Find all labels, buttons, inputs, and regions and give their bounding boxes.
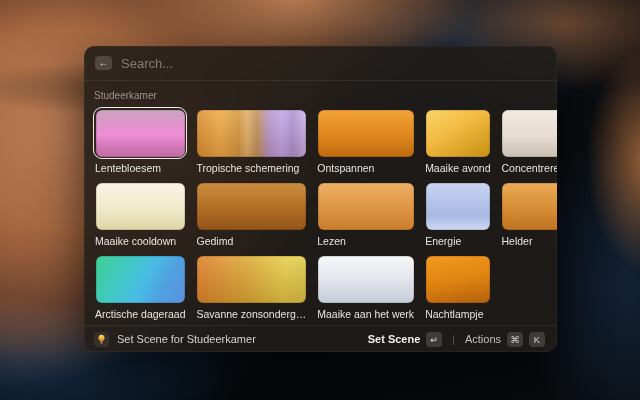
scene-selection-ring	[423, 180, 492, 232]
scene-selection-ring	[194, 107, 308, 159]
scene-grid: Lentebloesem Tropische schemering Ontspa…	[93, 107, 548, 322]
scene-label: Gedimd	[196, 235, 306, 247]
scene-card[interactable]: Lentebloesem	[93, 107, 187, 176]
return-key-icon: ↵	[426, 332, 442, 347]
scene-thumbnail	[426, 110, 490, 157]
scene-card[interactable]: Arctische dageraad	[93, 253, 187, 322]
scene-card[interactable]: Savanne zonsonderg…	[194, 253, 308, 322]
scene-label: Nachtlampje	[425, 308, 490, 320]
scene-card[interactable]: Gedimd	[194, 180, 308, 249]
k-key-icon: K	[529, 332, 545, 347]
scene-selection-ring	[315, 253, 416, 305]
command-key-icon: ⌘	[507, 332, 523, 347]
search-bar: ←	[84, 46, 557, 81]
scene-card[interactable]: Maaike cooldown	[93, 180, 187, 249]
scene-thumbnail	[96, 110, 185, 157]
scene-thumbnail	[318, 110, 414, 157]
scene-selection-ring	[423, 107, 492, 159]
set-scene-button[interactable]: Set Scene ↵	[366, 330, 445, 349]
scene-picker-window: ← Studeerkamer Lentebloesem Tropische sc…	[84, 46, 557, 352]
scene-card[interactable]: Concentreren	[500, 107, 558, 176]
scene-label: Savanne zonsonderg…	[196, 308, 306, 320]
scene-selection-ring	[93, 107, 187, 159]
lightbulb-icon	[94, 332, 109, 347]
scene-thumbnail	[426, 183, 490, 230]
scene-label: Maaike aan het werk	[317, 308, 414, 320]
actions-label: Actions	[465, 333, 501, 345]
scene-selection-ring	[194, 253, 308, 305]
scene-thumbnail	[318, 183, 414, 230]
scene-thumbnail	[96, 256, 185, 303]
scene-thumbnail	[502, 183, 557, 230]
section-title: Studeerkamer	[94, 90, 547, 101]
scene-thumbnail	[426, 256, 490, 303]
scene-selection-ring	[194, 180, 308, 232]
results-area: Studeerkamer Lentebloesem Tropische sche…	[84, 81, 557, 325]
scene-card[interactable]: Tropische schemering	[194, 107, 308, 176]
status-text: Set Scene for Studeerkamer	[117, 333, 256, 345]
scene-thumbnail	[197, 183, 306, 230]
scene-thumbnail	[502, 110, 557, 157]
scene-label: Ontspannen	[317, 162, 414, 174]
scene-card[interactable]: Nachtlampje	[423, 253, 492, 322]
actions-button[interactable]: Actions ⌘ K	[463, 330, 547, 349]
scene-label: Concentreren	[502, 162, 558, 174]
scene-thumbnail	[318, 256, 414, 303]
arrow-left-icon: ←	[99, 56, 109, 70]
scene-selection-ring	[423, 253, 492, 305]
scene-selection-ring	[93, 180, 187, 232]
scene-selection-ring	[93, 253, 187, 305]
set-scene-label: Set Scene	[368, 333, 421, 345]
scene-card[interactable]: Maaike aan het werk	[315, 253, 416, 322]
scene-thumbnail	[96, 183, 185, 230]
scene-thumbnail	[197, 256, 306, 303]
scene-selection-ring	[500, 107, 558, 159]
action-bar: Set Scene for Studeerkamer Set Scene ↵ |…	[84, 325, 557, 352]
scene-label: Maaike avond	[425, 162, 490, 174]
scene-card[interactable]: Helder	[500, 180, 558, 249]
scene-selection-ring	[315, 107, 416, 159]
scene-label: Helder	[502, 235, 558, 247]
scene-label: Tropische schemering	[196, 162, 306, 174]
back-button[interactable]: ←	[95, 56, 112, 70]
footer-divider: |	[452, 334, 455, 345]
scene-card[interactable]: Energie	[423, 180, 492, 249]
scene-label: Maaike cooldown	[95, 235, 185, 247]
scene-label: Lezen	[317, 235, 414, 247]
scene-label: Lentebloesem	[95, 162, 185, 174]
scene-selection-ring	[500, 180, 558, 232]
scene-label: Arctische dageraad	[95, 308, 185, 320]
scene-thumbnail	[197, 110, 306, 157]
search-input[interactable]	[121, 56, 546, 71]
scene-card[interactable]: Lezen	[315, 180, 416, 249]
scene-label: Energie	[425, 235, 490, 247]
scene-card[interactable]: Maaike avond	[423, 107, 492, 176]
scene-selection-ring	[315, 180, 416, 232]
scene-card[interactable]: Ontspannen	[315, 107, 416, 176]
